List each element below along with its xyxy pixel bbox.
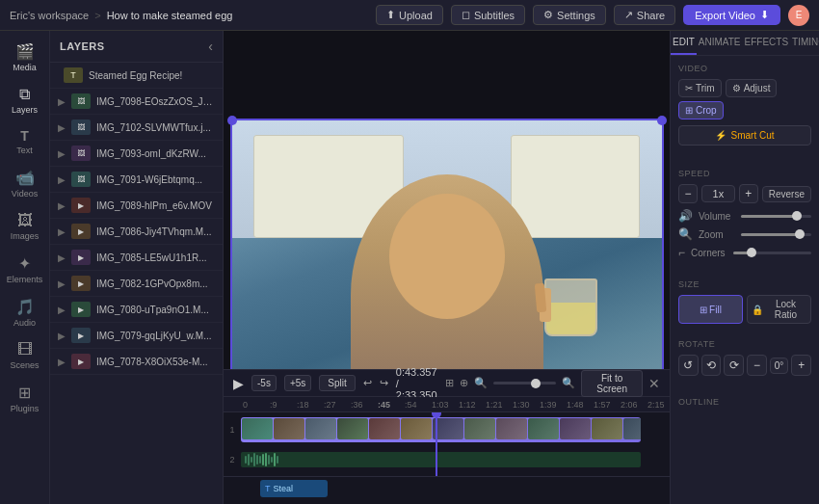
crop-handle-top-right[interactable] bbox=[657, 116, 667, 125]
zoom-slider[interactable] bbox=[493, 382, 556, 385]
rotate-plus-button[interactable]: + bbox=[791, 355, 811, 376]
tab-effects[interactable]: EFFECTS bbox=[743, 31, 791, 55]
volume-thumb[interactable] bbox=[792, 211, 802, 221]
list-item[interactable]: ▶ 🖼 IMG_7093-omI_dKzRW... bbox=[50, 141, 223, 167]
lock-icon: 🔒 bbox=[752, 305, 763, 315]
layer-name: Steamed Egg Recipe! bbox=[89, 70, 215, 81]
export-button[interactable]: Export Video ⬇ bbox=[683, 5, 780, 25]
layer-name: IMG_7080-uTpa9nO1.M... bbox=[96, 305, 215, 315]
list-item[interactable]: ▶ 🖼 IMG_7091-W6jEbtqmq... bbox=[50, 167, 223, 193]
main-layout: 🎬 Media ⧉ Layers T Text 📹 Videos 🖼 Image… bbox=[0, 31, 819, 504]
share-button[interactable]: ↗ Share bbox=[614, 5, 675, 25]
close-timeline-button[interactable]: ✕ bbox=[648, 376, 660, 391]
list-item[interactable]: ▶ 🖼 IMG_7098-EOszZxOS_JPG bbox=[50, 89, 223, 115]
adjust-button[interactable]: ⚙ Adjust bbox=[726, 79, 778, 97]
list-item[interactable]: ▶ 🖼 IMG_7102-SLVMWTfux.j... bbox=[50, 115, 223, 141]
settings-button[interactable]: ⚙ Settings bbox=[533, 5, 606, 25]
lightning-icon: ⚡ bbox=[715, 130, 727, 141]
sidebar-item-audio[interactable]: 🎵 Audio bbox=[3, 292, 47, 333]
speed-increase-button[interactable]: + bbox=[739, 184, 758, 203]
zoom-out-icon[interactable]: 🔍 bbox=[474, 377, 488, 389]
tab-animate[interactable]: ANIMATE bbox=[697, 31, 743, 55]
zoom-thumb-right[interactable] bbox=[795, 229, 805, 239]
fill-button[interactable]: ⊞ Fill bbox=[678, 295, 743, 324]
sidebar-item-scenes[interactable]: 🎞 Scenes bbox=[3, 335, 47, 376]
skip-back-button[interactable]: -5s bbox=[251, 375, 277, 391]
list-item[interactable]: ▶ ▶ IMG_7078-X8OiX53e-M... bbox=[50, 349, 223, 375]
upload-button[interactable]: ⬆ Upload bbox=[376, 5, 443, 25]
sidebar-item-media[interactable]: 🎬 Media bbox=[3, 37, 47, 78]
sidebar-item-plugins[interactable]: ⊞ Plugins bbox=[3, 378, 47, 419]
volume-slider[interactable] bbox=[741, 215, 811, 218]
lock-ratio-button[interactable]: 🔒 Lock Ratio bbox=[747, 295, 811, 324]
sidebar-item-text[interactable]: T Text bbox=[3, 122, 47, 161]
text-clip[interactable]: T Steal bbox=[260, 480, 328, 497]
layers-panel: LAYERS ‹ T Steamed Egg Recipe! ▶ 🖼 IMG_7… bbox=[50, 31, 224, 504]
video-track[interactable]: 👤 bbox=[241, 417, 641, 442]
center-area: ▶ -5s +5s Split ↩ ↪ 0:43.357 / 2:33.350 … bbox=[224, 31, 670, 504]
list-item[interactable]: ▶ ▶ IMG_7085-LE5wU1h1R... bbox=[50, 245, 223, 271]
speed-decrease-button[interactable]: − bbox=[678, 184, 698, 203]
flip-h-button[interactable]: ⟲ bbox=[701, 355, 722, 376]
undo-icon[interactable]: ↩ bbox=[363, 377, 372, 389]
sidebar-item-videos[interactable]: 📹 Videos bbox=[3, 163, 47, 204]
layer-name: IMG_7102-SLVMWTfux.j... bbox=[96, 122, 215, 133]
layers-icon: ⧉ bbox=[19, 86, 30, 103]
text-track-row: T Steal bbox=[224, 476, 670, 501]
split-button[interactable]: Split bbox=[319, 375, 355, 391]
smart-cut-button[interactable]: ⚡ Smart Cut bbox=[678, 125, 811, 146]
timeline-time: 0:43.357 / 2:33.350 bbox=[396, 366, 437, 401]
track-content-2 bbox=[241, 450, 670, 469]
ruler-mark: 0 bbox=[243, 400, 270, 410]
scenes-icon: 🎞 bbox=[17, 341, 33, 358]
rotate-minus-button[interactable]: − bbox=[747, 355, 767, 376]
crop-button[interactable]: ⊞ Crop bbox=[678, 101, 724, 119]
redo-icon[interactable]: ↪ bbox=[380, 377, 388, 389]
play-button[interactable]: ▶ bbox=[233, 374, 244, 393]
layer-name: IMG_7086-Jiy4TVhqm.M... bbox=[96, 226, 215, 237]
list-item[interactable]: ▶ ▶ IMG_7080-uTpa9nO1.M... bbox=[50, 297, 223, 323]
timeline-controls: ▶ -5s +5s Split ↩ ↪ 0:43.357 / 2:33.350 … bbox=[224, 370, 670, 397]
ruler-mark: :9 bbox=[270, 400, 297, 410]
zoom-slider-right[interactable] bbox=[741, 233, 811, 236]
workspace-link[interactable]: Eric's workspace bbox=[10, 10, 89, 21]
list-item[interactable]: ▶ ▶ IMG_7086-Jiy4TVhqm.M... bbox=[50, 219, 223, 245]
crop-handle-top-left[interactable] bbox=[227, 116, 237, 125]
corners-slider[interactable] bbox=[733, 252, 811, 254]
right-panel: EDIT ANIMATE EFFECTS TIMING VIDEO ✂ Trim… bbox=[670, 31, 819, 504]
sidebar-item-elements[interactable]: ✦ Elements bbox=[3, 249, 47, 290]
tab-edit[interactable]: EDIT bbox=[671, 31, 697, 55]
rotate-ccw-button[interactable]: ↺ bbox=[678, 355, 699, 376]
trim-button[interactable]: ✂ Trim bbox=[678, 79, 722, 97]
fill-icon: ⊞ bbox=[700, 305, 707, 315]
flip-v-button[interactable]: ⟳ bbox=[724, 355, 744, 376]
subtitles-button[interactable]: ◻ Subtitles bbox=[451, 5, 525, 25]
text-track-content: T Steal bbox=[260, 480, 650, 499]
outline-section-label: OUTLINE bbox=[678, 397, 811, 407]
corners-thumb[interactable] bbox=[747, 248, 756, 257]
zoom-in-icon[interactable]: 🔍 bbox=[562, 377, 575, 389]
layer-expand-icon: ▶ bbox=[58, 331, 66, 341]
sidebar-item-images[interactable]: 🖼 Images bbox=[3, 206, 47, 247]
list-item[interactable]: T Steamed Egg Recipe! bbox=[50, 63, 223, 89]
audio-track[interactable] bbox=[241, 452, 641, 467]
layers-collapse-button[interactable]: ‹ bbox=[208, 39, 213, 54]
track-row-2: 2 bbox=[224, 447, 670, 472]
layer-thumbnail: 🖼 bbox=[71, 119, 91, 135]
elements-icon: ✦ bbox=[18, 254, 31, 273]
playhead[interactable] bbox=[436, 412, 437, 476]
avatar[interactable]: E bbox=[788, 5, 809, 26]
skip-forward-button[interactable]: +5s bbox=[284, 375, 311, 391]
panel-tabs: EDIT ANIMATE EFFECTS TIMING bbox=[671, 31, 819, 56]
sidebar-item-layers[interactable]: ⧉ Layers bbox=[3, 80, 47, 120]
timeline-right: ⊞ ⊕ 🔍 🔍 Fit to Screen ✕ bbox=[445, 370, 661, 397]
layer-name: IMG_7082-1GPvOpx8m... bbox=[96, 279, 215, 289]
reverse-button[interactable]: Reverse bbox=[762, 186, 811, 202]
layer-name: IMG_7091-W6jEbtqmq... bbox=[96, 174, 215, 185]
fit-to-screen-button[interactable]: Fit to Screen bbox=[581, 370, 643, 397]
speed-section-label: SPEED bbox=[678, 169, 811, 178]
list-item[interactable]: ▶ ▶ IMG_7079-gqLjKyU_w.M... bbox=[50, 323, 223, 349]
tab-timing[interactable]: TIMING bbox=[790, 31, 819, 55]
list-item[interactable]: ▶ ▶ IMG_7082-1GPvOpx8m... bbox=[50, 271, 223, 297]
list-item[interactable]: ▶ ▶ IMG_7089-hIPm_e6v.MOV bbox=[50, 193, 223, 219]
